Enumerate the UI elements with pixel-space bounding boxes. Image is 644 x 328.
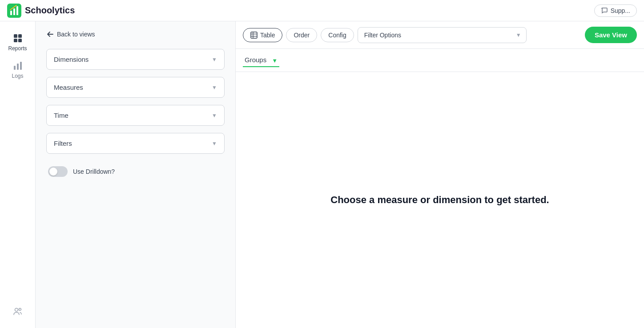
- filters-label: Filters: [54, 140, 72, 147]
- tab-table[interactable]: Table: [243, 28, 282, 42]
- chat-icon: [601, 7, 608, 14]
- support-label: Supp...: [611, 7, 630, 14]
- filters-dropdown[interactable]: Filters ▼: [46, 133, 225, 154]
- svg-rect-3: [16, 6, 18, 15]
- measures-label: Measures: [54, 84, 83, 91]
- sidebar-item-logs[interactable]: Logs: [2, 56, 34, 84]
- dimensions-label: Dimensions: [54, 56, 89, 63]
- svg-rect-5: [18, 34, 22, 38]
- back-link-label: Back to views: [57, 31, 95, 38]
- logo-icon: [7, 4, 21, 18]
- svg-rect-8: [14, 66, 16, 70]
- support-button[interactable]: Supp...: [594, 4, 637, 17]
- tab-table-label: Table: [260, 32, 275, 39]
- save-view-button[interactable]: Save View: [585, 27, 637, 43]
- sidebar-item-logs-label: Logs: [12, 73, 23, 79]
- svg-point-11: [15, 308, 18, 312]
- measures-dropdown[interactable]: Measures ▼: [46, 77, 225, 98]
- tab-order[interactable]: Order: [286, 28, 317, 42]
- measures-chevron: ▼: [212, 84, 217, 91]
- svg-rect-2: [13, 8, 15, 15]
- svg-rect-13: [251, 32, 257, 38]
- groups-bar: Groups ▼: [236, 49, 644, 72]
- sidebar: Reports Logs: [0, 21, 36, 328]
- left-panel: Back to views Dimensions ▼ Measures ▼ Ti…: [36, 21, 236, 328]
- sidebar-item-reports[interactable]: Reports: [2, 28, 34, 56]
- svg-rect-9: [17, 64, 19, 70]
- table-icon: [250, 32, 258, 39]
- dimensions-dropdown[interactable]: Dimensions ▼: [46, 49, 225, 70]
- filter-options-wrapper: Filter Options ▼: [358, 27, 527, 43]
- empty-state: Choose a measure or dimension to get sta…: [236, 72, 644, 328]
- tab-config[interactable]: Config: [321, 28, 354, 42]
- time-chevron: ▼: [212, 112, 217, 119]
- arrow-left-icon: [46, 30, 54, 38]
- drilldown-row: Use Drilldown?: [46, 161, 225, 182]
- svg-rect-1: [10, 11, 12, 15]
- groups-select[interactable]: Groups: [243, 53, 279, 67]
- drilldown-toggle[interactable]: [48, 166, 68, 177]
- tab-order-label: Order: [294, 32, 310, 39]
- svg-rect-6: [14, 39, 17, 42]
- tab-config-label: Config: [328, 32, 346, 39]
- empty-state-text: Choose a measure or dimension to get sta…: [330, 194, 549, 206]
- dimensions-chevron: ▼: [212, 56, 217, 63]
- top-nav: Schoolytics Supp...: [0, 0, 644, 21]
- time-label: Time: [54, 112, 68, 119]
- logo-area: Schoolytics: [7, 4, 75, 18]
- chart-icon: [12, 60, 23, 71]
- svg-rect-10: [20, 62, 22, 70]
- sidebar-item-users[interactable]: [2, 301, 34, 321]
- toolbar: Table Order Config Filter Options ▼ Save…: [236, 21, 644, 49]
- back-to-views-link[interactable]: Back to views: [46, 30, 225, 38]
- grid-icon: [12, 33, 23, 44]
- main-layout: Reports Logs: [0, 21, 644, 328]
- time-dropdown[interactable]: Time ▼: [46, 105, 225, 126]
- filter-options-select[interactable]: Filter Options: [358, 27, 527, 43]
- svg-rect-7: [18, 39, 22, 42]
- users-icon: [12, 306, 23, 316]
- content-area: Groups ▼ Choose a measure or dimension t…: [236, 49, 644, 328]
- drilldown-label: Use Drilldown?: [73, 168, 115, 175]
- groups-select-wrapper: Groups ▼: [243, 53, 279, 67]
- logo-text: Schoolytics: [25, 5, 75, 16]
- filters-chevron: ▼: [212, 140, 217, 147]
- svg-rect-4: [14, 34, 17, 38]
- right-panel: Table Order Config Filter Options ▼ Save…: [236, 21, 644, 328]
- svg-point-12: [19, 308, 21, 311]
- sidebar-item-reports-label: Reports: [8, 45, 27, 52]
